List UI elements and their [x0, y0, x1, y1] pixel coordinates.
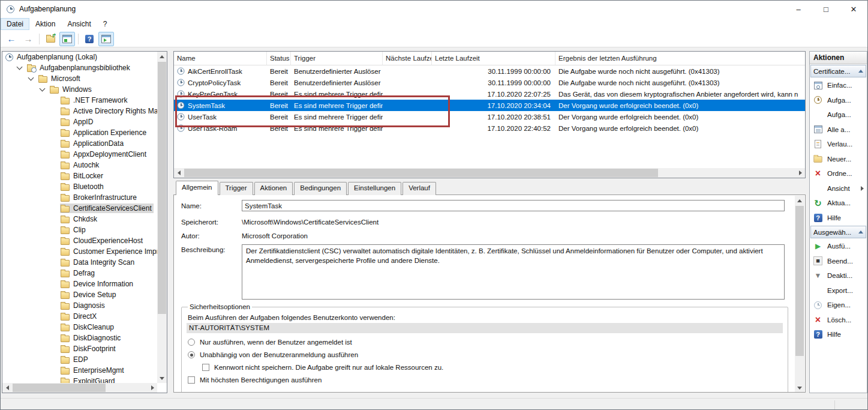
action-aktua[interactable]: ↻Aktua... — [810, 196, 867, 211]
back-button[interactable]: ← — [4, 32, 19, 46]
action-ausfü[interactable]: ▶Ausfü... — [810, 239, 867, 254]
tree-item-customer-experience-improve[interactable]: Customer Experience Improve — [2, 246, 157, 257]
menu-aktion[interactable]: Aktion — [30, 19, 61, 29]
action-ordne[interactable]: ×Ordne... — [810, 166, 867, 181]
tree-item-directx[interactable]: DirectX — [2, 311, 157, 322]
column-header-status[interactable]: Status — [267, 52, 291, 65]
column-header-trigger[interactable]: Trigger — [291, 52, 383, 65]
chevron-down-icon[interactable] — [40, 86, 46, 92]
collapse-arrow-icon[interactable] — [858, 231, 863, 234]
radio-nur-ausführen-wenn-der-benutze[interactable]: Nur ausführen, wenn der Benutzer angemel… — [188, 339, 783, 346]
menu-hilfe[interactable]: ? — [98, 19, 113, 29]
checkbox-kennwort-nicht-speichern-die-a[interactable]: Kennwort nicht speichern. Die Aufgabe gr… — [202, 364, 783, 371]
action-group-header-certificate[interactable]: Certificate... — [810, 65, 866, 77]
tree-item-diskdiagnostic[interactable]: DiskDiagnostic — [2, 333, 157, 343]
forward-button[interactable]: → — [20, 32, 36, 46]
tree-item-aufgabenplanungsbibliothek[interactable]: Aufgabenplanungsbibliothek — [2, 62, 157, 73]
tree-item-device-setup[interactable]: Device Setup — [2, 289, 157, 300]
tree-item-appid[interactable]: AppID — [2, 116, 157, 127]
radio-unabhängig-von-der-benutzeranm[interactable]: Unabhängig von der Benutzeranmeldung aus… — [188, 351, 783, 358]
checkbox-mit-höchsten-berechtigungen-au[interactable]: Mit höchsten Berechtigungen ausführen — [188, 376, 783, 384]
tab-aktionen[interactable]: Aktionen — [254, 182, 293, 195]
checkbox-unchecked-icon[interactable] — [202, 364, 209, 371]
tree-item-aufgabenplanung-lokal[interactable]: Aufgabenplanung (Lokal) — [2, 52, 157, 62]
chevron-down-icon[interactable] — [28, 75, 34, 81]
console-tree-toggle-button[interactable] — [59, 32, 75, 46]
minimize-button[interactable]: – — [785, 1, 812, 17]
action-neuer[interactable]: Neuer... — [810, 152, 867, 167]
radio-unchecked-icon[interactable] — [188, 339, 195, 346]
tree-item-certificateservicesclient[interactable]: CertificateServicesClient — [2, 203, 157, 214]
tree-item-bitlocker[interactable]: BitLocker — [2, 170, 157, 181]
menu-ansicht[interactable]: Ansicht — [62, 19, 96, 29]
tree-item-active-directory-rights-manag[interactable]: Active Directory Rights Manag — [2, 106, 157, 116]
tab-allgemein[interactable]: Allgemein — [176, 181, 218, 195]
column-header-name[interactable]: Name — [174, 52, 267, 65]
task-row-usertask[interactable]: UserTaskBereitEs sind mehrere Trigger de… — [174, 111, 805, 122]
task-list-horizontal-scrollbar[interactable] — [174, 168, 805, 178]
action-einfac[interactable]: Einfac... — [810, 78, 867, 93]
tree-item-cloudexperiencehost[interactable]: CloudExperienceHost — [2, 235, 157, 246]
action-pane-toggle-button[interactable] — [98, 32, 114, 46]
tree-item-applicationdata[interactable]: ApplicationData — [2, 138, 157, 149]
export-list-button[interactable] — [43, 32, 58, 46]
action-group-header-ausgewäh[interactable]: Ausgewäh... — [810, 226, 866, 238]
tree-item-clip[interactable]: Clip — [2, 225, 157, 235]
action-eigen[interactable]: Eigen... — [810, 298, 867, 313]
tree-item-windows[interactable]: Windows — [2, 84, 157, 95]
name-input[interactable]: SystemTask — [242, 200, 785, 211]
action-alle-a[interactable]: Alle a... — [810, 122, 867, 137]
tree-item-chkdsk[interactable]: Chkdsk — [2, 214, 157, 225]
tree-item-autochk[interactable]: Autochk — [2, 160, 157, 170]
tree-item-diskfootprint[interactable]: DiskFootprint — [2, 343, 157, 354]
column-header-ergebnis-der-letzten-ausführung[interactable]: Ergebnis der letzten Ausführung — [555, 52, 805, 65]
tab-verlauf[interactable]: Verlauf — [403, 182, 436, 195]
tree-item-bluetooth[interactable]: Bluetooth — [2, 181, 157, 192]
tree-item-net-framework[interactable]: .NET Framework — [2, 95, 157, 106]
tree-item-brokerinfrastructure[interactable]: BrokerInfrastructure — [2, 192, 157, 203]
help-button[interactable]: ? — [82, 32, 97, 46]
tree-item-enterprisemgmt[interactable]: EnterpriseMgmt — [2, 365, 157, 376]
menu-datei[interactable]: Datei — [1, 19, 29, 29]
action-hilfe[interactable]: ?Hilfe — [810, 327, 867, 342]
task-row-cryptopolicytask[interactable]: CryptoPolicyTaskBereitBenutzerdefinierte… — [174, 77, 805, 88]
checkbox-unchecked-icon[interactable] — [188, 376, 195, 384]
tree-vertical-scrollbar[interactable] — [157, 52, 167, 383]
task-row-systemtask[interactable]: SystemTaskBereitEs sind mehrere Trigger … — [174, 100, 805, 111]
tree-item-defrag[interactable]: Defrag — [2, 268, 157, 279]
action-beend[interactable]: ■Beend... — [810, 254, 867, 269]
action-aufga[interactable]: Aufga... — [810, 107, 867, 122]
action-verlau[interactable]: Verlau... — [810, 137, 867, 152]
tab-einstellungen[interactable]: Einstellungen — [348, 182, 401, 195]
tree-item-diagnosis[interactable]: Diagnosis — [2, 300, 157, 311]
action-export[interactable]: Export... — [810, 283, 867, 298]
action-lösch[interactable]: ×Lösch... — [810, 313, 867, 328]
action-deakti[interactable]: ▼Deakti... — [810, 268, 867, 283]
tree-item-exploitguard[interactable]: ExploitGuard — [2, 376, 157, 383]
task-row-usertask-roam[interactable]: UserTask-RoamBereitEs sind mehrere Trigg… — [174, 122, 805, 134]
tab-bedingungen[interactable]: Bedingungen — [294, 182, 347, 195]
close-button[interactable]: ✕ — [840, 1, 867, 17]
tree-item-appxdeploymentclient[interactable]: AppxDeploymentClient — [2, 149, 157, 160]
task-row-aikcertenrolltask[interactable]: AikCertEnrollTaskBereitBenutzerdefiniert… — [174, 65, 805, 77]
tree-item-microsoft[interactable]: Microsoft — [2, 73, 157, 84]
action-hilfe[interactable]: ?Hilfe — [810, 211, 867, 226]
column-header-nächste-laufzeit[interactable]: Nächste Laufzeit — [383, 52, 432, 65]
radio-checked-icon[interactable] — [188, 351, 195, 358]
description-textarea[interactable]: Der Zertifikatdienstclient (CSC) verwalt… — [242, 244, 785, 300]
maximize-button[interactable]: □ — [812, 1, 840, 17]
tree-horizontal-scrollbar[interactable] — [2, 383, 157, 393]
chevron-down-icon[interactable] — [17, 64, 23, 70]
collapse-arrow-icon[interactable] — [858, 70, 863, 73]
tree-item-diskcleanup[interactable]: DiskCleanup — [2, 322, 157, 333]
details-vertical-scrollbar[interactable] — [795, 196, 804, 393]
tree-item-application-experience[interactable]: Application Experience — [2, 127, 157, 138]
tree-item-edp[interactable]: EDP — [2, 354, 157, 365]
tab-trigger[interactable]: Trigger — [220, 182, 253, 195]
task-row-keypregentask[interactable]: KeyPreGenTaskBereitEs sind mehrere Trigg… — [174, 88, 805, 100]
tree-item-data-integrity-scan[interactable]: Data Integrity Scan — [2, 257, 157, 268]
action-ansicht[interactable]: Ansicht — [810, 181, 867, 196]
column-header-letzte-laufzeit[interactable]: Letzte Laufzeit — [432, 52, 555, 65]
action-aufga[interactable]: Aufga... — [810, 93, 867, 108]
tree-item-device-information[interactable]: Device Information — [2, 279, 157, 289]
